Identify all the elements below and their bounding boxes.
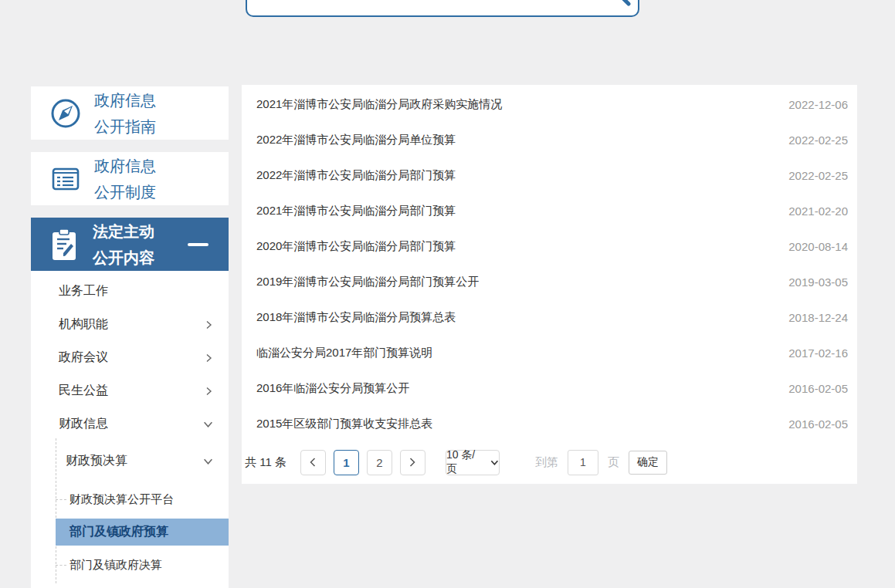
list-item: 2015年区级部门预算收支安排总表 2016-02-05 [242,406,857,441]
search-box [246,0,639,17]
list-item-title[interactable]: 2022年淄博市公安局临淄分局单位预算 [256,133,456,147]
list-item-date: 2022-02-25 [788,169,848,182]
sidebar-item-label: 财政预决算公开平台 [69,492,174,507]
list-item-title[interactable]: 2018年淄博市公安局临淄分局预算总表 [256,310,456,325]
page-size-select[interactable]: 10 条/页 [446,450,500,475]
document-icon [48,161,83,197]
list-item-date: 2022-02-25 [788,133,848,147]
page: 政府信息 公开指南 政府信息 公开制度 [0,0,895,588]
sidebar-item-label: 财政信息 [59,416,108,432]
search-icon[interactable] [604,0,632,12]
sidebar-item-livelihood[interactable]: 民生公益 [31,374,229,407]
goto-page-suffix: 页 [608,455,619,470]
search-input[interactable] [247,0,638,15]
sidebar-item-gov-meetings[interactable]: 政府会议 [31,341,229,374]
pagination-page-1[interactable]: 1 [334,450,359,475]
sidebar-section-active-disclosure[interactable]: 法定主动 公开内容 [31,218,229,271]
sidebar-item-label: 机构职能 [59,316,108,333]
list-item: 2016年临淄公安分局预算公开 2016-02-05 [242,370,857,406]
list-item-date: 2017-02-16 [788,346,848,360]
chevron-right-icon [204,387,213,396]
list-item-title[interactable]: 2015年区级部门预算收支安排总表 [256,417,432,431]
list-item: 2022年淄博市公安局临淄分局部门预算 2022-02-25 [242,157,857,193]
clipboard-pencil-icon [46,227,82,262]
sidebar-item-label: 财政预决算 [66,453,127,469]
list-item: 2019年淄博市公安局临淄分局部门预算公开 2019-03-05 [242,264,857,299]
chevron-down-icon [490,458,499,467]
chevron-down-icon [203,456,213,466]
list-item: 2022年淄博市公安局临淄分局单位预算 2022-02-25 [242,122,857,157]
list-item-date: 2016-02-05 [788,417,848,431]
chevron-left-icon [308,457,317,468]
sidebar-item-fiscal-budget[interactable]: 财政预决算 [31,443,229,478]
goto-page-input[interactable] [568,450,598,475]
sidebar-card-guide-label: 政府信息 公开指南 [94,87,156,140]
sidebar-item-org-functions[interactable]: 机构职能 [31,308,229,341]
sidebar-card-guide[interactable]: 政府信息 公开指南 [31,86,229,140]
sidebar-card-system[interactable]: 政府信息 公开制度 [31,152,229,205]
pagination-page-2[interactable]: 2 [367,450,392,475]
sidebar-item-label: 业务工作 [59,283,108,299]
sidebar-item-dept-town-budget[interactable]: 部门及镇政府预算 [56,519,229,546]
compass-icon [48,96,83,131]
goto-page-prefix: 到第 [535,455,558,470]
list-item-date: 2018-12-24 [788,311,848,324]
list-item: 临淄公安分局2017年部门预算说明 2017-02-16 [242,335,857,370]
list-item: 2018年淄博市公安局临淄分局预算总表 2018-12-24 [242,299,857,335]
list-item-date: 2021-02-20 [788,204,848,218]
sidebar-item-fiscal-info[interactable]: 财政信息 [31,407,229,441]
list-item: 2021年淄博市公安局临淄分局政府采购实施情况 2022-12-06 [242,86,857,122]
list-item-title[interactable]: 2021年淄博市公安局临淄分局政府采购实施情况 [256,97,502,112]
sidebar-item-budget-platform[interactable]: 财政预决算公开平台 [31,486,229,512]
list-item-title[interactable]: 2022年淄博市公安局临淄分局部门预算 [256,168,456,183]
list-item-date: 2022-12-06 [788,98,848,111]
list-item-date: 2016-02-05 [788,382,848,395]
page-size-value: 10 条/页 [446,448,485,476]
list-item-date: 2020-08-14 [788,240,848,253]
goto-confirm-button[interactable]: 确定 [629,451,667,475]
list-item-title[interactable]: 2016年临淄公安分局预算公开 [256,381,409,396]
sidebar-section-label: 法定主动 公开内容 [93,218,154,271]
chevron-right-icon [408,457,417,468]
list-item: 2021年淄博市公安局临淄分局部门预算 2021-02-20 [242,193,857,228]
sidebar-item-label: 部门及镇政府决算 [69,558,162,573]
list-item: 2020年淄博市公安局临淄分局部门预算 2020-08-14 [242,228,857,264]
sidebar-item-label: 民生公益 [59,383,108,399]
chevron-right-icon [204,353,213,363]
collapse-minus-icon[interactable] [188,243,208,246]
list-item-title[interactable]: 2020年淄博市公安局临淄分局部门预算 [256,239,456,254]
sidebar-item-label: 政府会议 [59,350,108,366]
content-panel: 2021年淄博市公安局临淄分局政府采购实施情况 2022-12-06 2022年… [242,85,857,484]
sidebar: 政府信息 公开指南 政府信息 公开制度 [31,0,229,588]
pagination-next-button[interactable] [400,450,425,475]
sidebar-item-business-work[interactable]: 业务工作 [31,275,229,308]
list-item-title[interactable]: 2019年淄博市公安局临淄分局部门预算公开 [256,275,479,289]
pagination-prev-button[interactable] [300,450,326,475]
sidebar-card-system-label: 政府信息 公开制度 [94,153,156,205]
sidebar-item-label: 部门及镇政府预算 [69,524,168,540]
list-item-title[interactable]: 临淄公安分局2017年部门预算说明 [256,346,432,360]
chevron-down-icon [203,419,213,429]
chevron-right-icon [204,320,213,329]
list-item-date: 2019-03-05 [788,275,848,289]
pagination: 共 11 条 1 2 10 条/页 到第 页 确定 [242,449,857,475]
list-item-title[interactable]: 2021年淄博市公安局临淄分局部门预算 [256,204,456,218]
pagination-total: 共 11 条 [245,455,286,470]
sidebar-item-dept-town-final-accounts[interactable]: 部门及镇政府决算 [31,552,229,578]
document-list: 2021年淄博市公安局临淄分局政府采购实施情况 2022-12-06 2022年… [242,86,857,441]
